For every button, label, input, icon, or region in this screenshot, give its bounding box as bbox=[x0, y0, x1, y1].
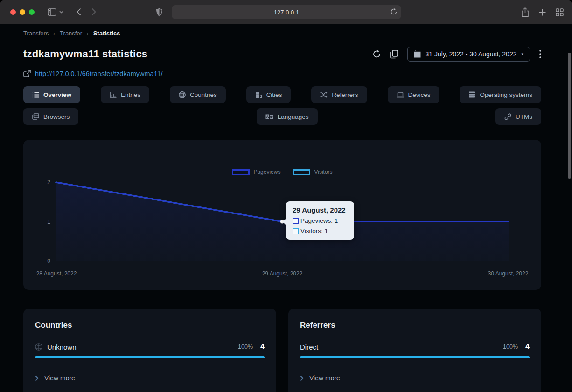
browser-toolbar: 127.0.0.1 bbox=[0, 0, 572, 24]
table-row: Unknown 100% 4 bbox=[35, 343, 265, 358]
refresh-icon[interactable] bbox=[373, 50, 381, 58]
tab-label: Cities bbox=[266, 91, 282, 98]
address-bar-url: 127.0.0.1 bbox=[274, 9, 299, 16]
tooltip-pageviews-value: Pageviews: 1 bbox=[300, 217, 338, 224]
new-tab-icon[interactable] bbox=[539, 9, 546, 16]
link-icon bbox=[504, 113, 511, 120]
tab-label: Overview bbox=[43, 91, 71, 98]
row-percent: 100% bbox=[503, 344, 518, 350]
tab-label: Referrers bbox=[332, 91, 358, 98]
x-axis-tick: 28 August, 2022 bbox=[36, 270, 77, 277]
transfer-url-link[interactable]: http://127.0.0.1/66transfer/tzdkamywma11… bbox=[35, 70, 163, 77]
overview-chart-card: Pageviews Visitors 2 1 0 28 August, 2022… bbox=[23, 140, 541, 290]
tab-label: Countries bbox=[190, 91, 217, 98]
card-title: Referrers bbox=[300, 321, 530, 330]
view-more-label: View more bbox=[309, 374, 340, 382]
date-range-picker[interactable]: 31 July, 2022 - 30 August, 2022 ▾ bbox=[407, 47, 530, 62]
zoom-window-button[interactable] bbox=[29, 9, 35, 15]
kebab-menu-icon[interactable] bbox=[539, 50, 541, 58]
chevron-right-icon bbox=[35, 375, 39, 381]
view-more-label: View more bbox=[44, 374, 75, 382]
page-title: tzdkamywma11 statistics bbox=[23, 48, 147, 60]
tab-operating-systems[interactable]: Operating systems bbox=[460, 86, 541, 103]
row-percent: 100% bbox=[238, 344, 253, 350]
tooltip-visitors-value: Visitors: 1 bbox=[300, 227, 328, 234]
view-more-button[interactable]: View more bbox=[300, 374, 340, 382]
tab-devices[interactable]: Devices bbox=[388, 86, 439, 103]
referrers-card: Referrers Direct 100% 4 bbox=[288, 309, 541, 392]
tab-label: Languages bbox=[278, 113, 309, 120]
translate-icon bbox=[265, 114, 273, 120]
progress-bar bbox=[35, 356, 265, 358]
page-content: Transfers › Transfer › Statistics tzdkam… bbox=[0, 24, 572, 392]
breadcrumb-statistics: Statistics bbox=[93, 30, 120, 37]
card-title: Countries bbox=[35, 321, 265, 330]
y-axis-tick: 0 bbox=[29, 258, 50, 264]
tab-cities[interactable]: Cities bbox=[246, 86, 291, 103]
tab-overview-icon[interactable] bbox=[556, 8, 564, 16]
close-window-button[interactable] bbox=[10, 9, 16, 15]
copy-icon[interactable] bbox=[390, 50, 398, 59]
tab-utms[interactable]: UTMs bbox=[495, 108, 541, 125]
tab-browsers[interactable]: Browsers bbox=[23, 108, 78, 125]
date-range-label: 31 July, 2022 - 30 August, 2022 bbox=[426, 50, 517, 58]
row-label: Unknown bbox=[47, 343, 77, 351]
row-label: Direct bbox=[300, 343, 318, 351]
browser-window: 127.0.0.1 bbox=[0, 0, 572, 392]
sidebar-toggle-icon[interactable] bbox=[48, 8, 56, 16]
y-axis-tick: 2 bbox=[29, 179, 50, 186]
breadcrumb-transfers[interactable]: Transfers bbox=[23, 30, 49, 37]
tab-label: Operating systems bbox=[480, 91, 532, 98]
sidebar-chevron-down-icon[interactable] bbox=[59, 11, 63, 14]
globe-icon bbox=[179, 91, 186, 98]
address-bar[interactable]: 127.0.0.1 bbox=[172, 5, 401, 19]
tooltip-visitors-swatch bbox=[293, 228, 299, 234]
tab-languages[interactable]: Languages bbox=[257, 108, 318, 125]
tab-overview[interactable]: Overview bbox=[23, 86, 80, 103]
building-icon bbox=[255, 91, 262, 98]
calendar-icon bbox=[414, 50, 421, 58]
tab-label: Entries bbox=[121, 91, 140, 98]
tab-label: Devices bbox=[408, 91, 431, 98]
chevron-down-icon: ▾ bbox=[521, 52, 523, 56]
server-icon bbox=[468, 91, 475, 98]
shield-icon[interactable] bbox=[156, 8, 163, 17]
reload-icon[interactable] bbox=[391, 8, 397, 17]
list-icon bbox=[32, 92, 39, 98]
back-button[interactable] bbox=[77, 8, 81, 16]
globe-unknown-icon bbox=[35, 343, 42, 351]
stats-tabs: Overview Entries bbox=[23, 86, 541, 125]
forward-button[interactable] bbox=[91, 8, 96, 16]
breadcrumb: Transfers › Transfer › Statistics bbox=[23, 30, 541, 37]
row-count: 4 bbox=[525, 343, 530, 351]
x-axis-tick: 30 August, 2022 bbox=[488, 270, 529, 277]
shuffle-icon bbox=[320, 92, 328, 98]
share-icon[interactable] bbox=[521, 7, 529, 17]
page-scrollbar[interactable] bbox=[568, 53, 571, 179]
breadcrumb-transfer[interactable]: Transfer bbox=[60, 30, 82, 37]
x-axis-tick: 29 August, 2022 bbox=[262, 270, 303, 277]
tooltip-title: 29 August, 2022 bbox=[293, 206, 349, 214]
breadcrumb-separator-icon: › bbox=[87, 31, 89, 36]
tooltip-pageviews-swatch bbox=[293, 218, 299, 224]
overview-chart-svg[interactable] bbox=[23, 140, 541, 290]
tab-entries[interactable]: Entries bbox=[101, 86, 149, 103]
tab-label: UTMs bbox=[516, 113, 532, 120]
laptop-icon bbox=[397, 92, 404, 98]
chart-tooltip: 29 August, 2022 Pageviews: 1 Visitors: 1 bbox=[286, 201, 354, 240]
tab-label: Browsers bbox=[43, 113, 70, 120]
chevron-right-icon bbox=[300, 375, 304, 381]
row-count: 4 bbox=[260, 343, 265, 351]
window-controls bbox=[10, 9, 35, 15]
external-link-icon bbox=[23, 70, 31, 77]
minimize-window-button[interactable] bbox=[20, 9, 25, 15]
y-axis-tick: 1 bbox=[29, 219, 50, 225]
countries-card: Countries Unknown 100% 4 bbox=[23, 309, 276, 392]
bar-chart-icon bbox=[110, 91, 117, 98]
tab-countries[interactable]: Countries bbox=[170, 86, 226, 103]
breadcrumb-separator-icon: › bbox=[53, 31, 55, 36]
view-more-button[interactable]: View more bbox=[35, 374, 75, 382]
table-row: Direct 100% 4 bbox=[300, 343, 530, 358]
tab-referrers[interactable]: Referrers bbox=[311, 86, 367, 103]
progress-bar bbox=[300, 356, 530, 358]
